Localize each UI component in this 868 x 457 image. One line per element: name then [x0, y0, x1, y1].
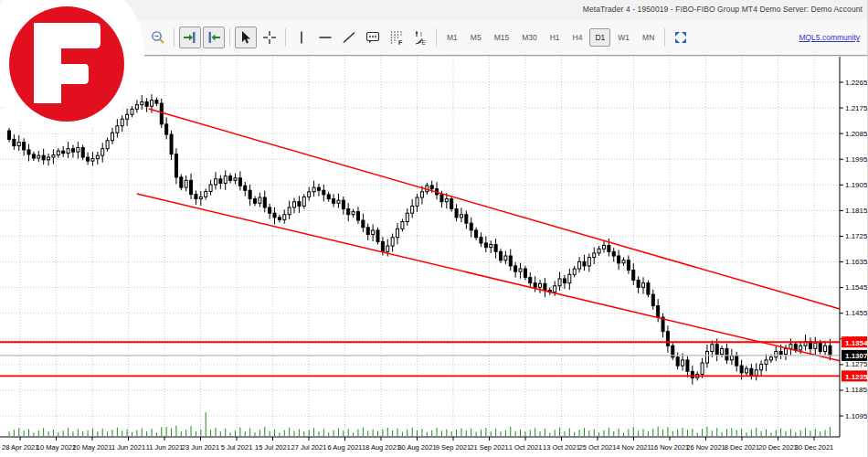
date-axis-label: 23 Jun 2021 — [182, 443, 219, 452]
price-axis-label: 1.1185 — [845, 386, 867, 394]
auto-scroll-icon — [183, 30, 197, 45]
svg-text:F: F — [398, 39, 403, 46]
date-axis-label: 30 Aug 2021 — [397, 443, 436, 452]
date-axis-label: 20 Dec 2021 — [758, 443, 798, 452]
title-bar: MetaTrader 4 - 1950019 - FIBO-FIBO Group… — [0, 0, 868, 21]
horizontal-line-icon — [318, 30, 333, 45]
chart-shift-button[interactable] — [203, 27, 225, 48]
timeframe-h1[interactable]: H1 — [545, 28, 566, 47]
fullscreen-icon — [673, 30, 688, 45]
toolbar-separator — [664, 28, 665, 47]
current-price-line-badge: 1.1307 — [842, 350, 868, 361]
timeframe-m1[interactable]: M1 — [441, 28, 463, 47]
svg-text:1.1235: 1.1235 — [845, 373, 868, 381]
price-axis-label: 1.1905 — [845, 181, 868, 189]
fibonacci-button[interactable]: F — [386, 27, 408, 48]
svg-text:1.1307: 1.1307 — [845, 352, 868, 360]
price-axis-label: 1.1635 — [845, 258, 868, 266]
svg-text:I: I — [420, 31, 422, 37]
text-label-button[interactable] — [362, 27, 384, 48]
metatrader-window: 1.22651.21751.20851.19951.19051.18151.17… — [0, 0, 868, 457]
date-axis-label: 18 Aug 2021 — [362, 443, 400, 452]
date-axis-label: 27 Jul 2021 — [291, 443, 327, 452]
timeframe-m15[interactable]: M15 — [489, 28, 515, 47]
price-axis-label: 1.2265 — [845, 79, 868, 87]
toolbar-separator — [436, 28, 437, 47]
date-axis-label: 1 Jun 2021 — [111, 443, 145, 452]
date-axis-label: 16 Nov 2021 — [651, 443, 690, 452]
date-axis-label: 30 Dec 2021 — [795, 443, 834, 452]
date-axis-label: 21 Sep 2021 — [470, 443, 509, 452]
price-axis-label: 1.1545 — [845, 283, 868, 292]
price-axis-label: 1.1815 — [845, 207, 868, 215]
timeframe-h4[interactable]: H4 — [567, 28, 588, 47]
fibonacci-icon: F — [389, 30, 404, 45]
date-axis-label: 11 Jun 2021 — [146, 443, 184, 452]
price-axis-label: 1.2085 — [845, 130, 868, 138]
crosshair-button[interactable] — [259, 27, 281, 48]
timeframe-buttons: M1M5M15M30H1H4D1W1MN — [440, 28, 661, 47]
support-line-badge: 1.1235 — [842, 370, 868, 381]
fullscreen-button[interactable] — [670, 27, 692, 48]
timeframe-d1[interactable]: D1 — [589, 28, 610, 47]
date-axis-label: 26 Nov 2021 — [686, 443, 725, 452]
date-axis-label: 1 Oct 2021 — [509, 443, 543, 452]
timeframe-mn[interactable]: MN — [637, 28, 660, 47]
price-axis-label: 1.1275 — [845, 360, 868, 368]
price-axis-label: 1.1095 — [845, 412, 868, 420]
price-axis-label: 1.1995 — [845, 155, 868, 164]
price-chart[interactable]: 1.22651.21751.20851.19951.19051.18151.17… — [0, 0, 868, 457]
grid — [0, 57, 840, 437]
trendline-icon — [342, 30, 356, 45]
vertical-line-icon — [294, 30, 309, 45]
channel-lower[interactable] — [137, 194, 840, 361]
toolbar-separator — [285, 28, 286, 47]
date-axis-label: 4 Nov 2021 — [616, 443, 651, 452]
toolbar-separator — [174, 28, 175, 47]
price-axis-label: 1.2175 — [845, 104, 868, 112]
svg-text:E: E — [422, 39, 427, 46]
date-axis-label: 10 May 2021 — [37, 443, 76, 452]
timeframe-w1[interactable]: W1 — [612, 28, 635, 47]
resistance-line-badge: 1.1354 — [842, 336, 868, 347]
mql5-community-link[interactable]: MQL5.community — [799, 33, 860, 42]
date-axis-label: 25 Oct 2021 — [579, 443, 617, 452]
auto-scroll-button[interactable] — [179, 27, 201, 48]
crosshair-icon — [262, 30, 277, 45]
vertical-line-button[interactable] — [291, 27, 312, 48]
text-balloon-icon — [365, 30, 380, 45]
price-axis-label: 1.1725 — [845, 232, 868, 240]
price-axis-label: 1.1455 — [845, 309, 868, 317]
chart-shift-icon — [206, 30, 221, 45]
toolbar: F I E M1M5M15M30H1H4D1W1MN — [0, 20, 868, 56]
window-title: MetaTrader 4 - 1950019 - FIBO-FIBO Group… — [583, 5, 863, 14]
cursor-icon — [238, 30, 253, 45]
date-axis-label: 9 Sep 2021 — [436, 443, 471, 452]
date-axis-label: 15 Jul 2021 — [255, 443, 291, 452]
timeframe-m5[interactable]: M5 — [465, 28, 487, 47]
date-axis-label: 13 Oct 2021 — [543, 443, 580, 452]
timeframe-m30[interactable]: M30 — [516, 28, 543, 47]
date-axis-label: 28 Apr 2021 — [2, 443, 38, 452]
zoom-out-button[interactable] — [147, 27, 169, 48]
svg-text:1.1354: 1.1354 — [845, 339, 868, 347]
cursor-button[interactable] — [235, 27, 257, 48]
date-axis-label: 5 Jul 2021 — [221, 443, 253, 452]
candlestick-series — [8, 94, 831, 384]
arrows-icon: I E — [413, 30, 428, 45]
zoom-out-icon — [151, 30, 165, 45]
arrows-button[interactable]: I E — [409, 27, 431, 48]
date-axis-label: 8 Dec 2021 — [725, 443, 759, 452]
toolbar-separator — [229, 28, 230, 47]
axes: 1.22651.21751.20851.19951.19051.18151.17… — [0, 57, 868, 452]
horizontal-line-button[interactable] — [314, 27, 336, 48]
trendline-button[interactable] — [338, 27, 360, 48]
date-axis-label: 20 May 2021 — [72, 443, 111, 452]
date-axis-label: 6 Aug 2021 — [328, 443, 363, 452]
